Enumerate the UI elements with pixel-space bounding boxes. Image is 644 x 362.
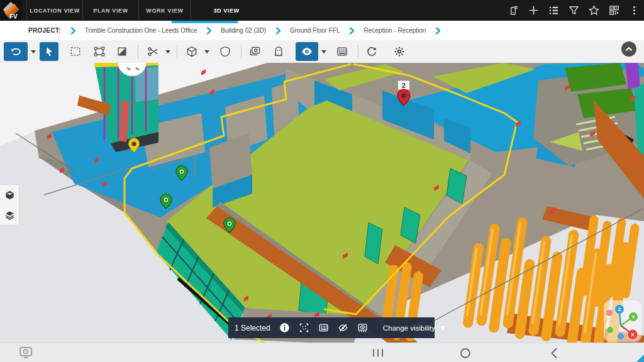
isolate-icon[interactable] bbox=[357, 322, 368, 333]
home-icon[interactable] bbox=[460, 348, 471, 359]
toolbar-separator bbox=[138, 45, 138, 58]
active-tab-underline bbox=[172, 21, 238, 23]
tab-location-view[interactable]: LOCATION VIEW bbox=[26, 0, 83, 21]
tab-3d-view[interactable]: 3D VIEW bbox=[191, 0, 262, 21]
tab-label: WORK VIEW bbox=[146, 8, 183, 14]
change-visibility-caret[interactable] bbox=[440, 326, 445, 329]
filter-icon[interactable] bbox=[568, 4, 580, 16]
visibility-dropdown-caret[interactable] bbox=[321, 50, 326, 53]
app-window: { "app": { "logo": "FV" }, "top_bar": { … bbox=[0, 0, 644, 362]
collapse-up-icon bbox=[625, 45, 633, 53]
tab-label: 3D VIEW bbox=[213, 8, 239, 14]
gizmo-dot-green bbox=[607, 327, 613, 333]
view-tabs: LOCATION VIEW PLAN VIEW WORK VIEW 3D VIE… bbox=[26, 0, 262, 21]
add-icon[interactable] bbox=[528, 4, 540, 16]
orientation-gizmo[interactable]: Z Y X bbox=[604, 300, 641, 342]
selection-action-bar: 1 Selected Change visibility bbox=[228, 317, 435, 338]
back-icon[interactable] bbox=[550, 348, 558, 359]
chevron-right-icon bbox=[348, 27, 355, 35]
refresh-button[interactable] bbox=[362, 42, 381, 61]
marquee-select-button[interactable] bbox=[66, 42, 85, 61]
invert-selection-icon bbox=[116, 45, 128, 58]
keypad-icon bbox=[336, 45, 348, 58]
chevron-right-icon[interactable] bbox=[434, 27, 441, 35]
select-cursor-icon bbox=[43, 45, 55, 58]
breadcrumb-item-floor[interactable]: Ground Floor FFL bbox=[290, 27, 340, 34]
section-cut-button[interactable] bbox=[143, 42, 162, 61]
gizmo-y-label: Y bbox=[631, 314, 635, 320]
toolbar-separator bbox=[241, 45, 242, 58]
device-sync-icon[interactable] bbox=[508, 4, 519, 16]
chevron-right-icon bbox=[69, 27, 77, 35]
visibility-button[interactable] bbox=[296, 42, 318, 61]
breadcrumb-item-building[interactable]: Building 02 (3D) bbox=[221, 27, 266, 34]
app-logo[interactable]: FV bbox=[0, 0, 21, 21]
hide-icon[interactable] bbox=[338, 322, 348, 333]
android-nav-bar bbox=[0, 343, 644, 362]
chevron-right-icon bbox=[274, 27, 282, 35]
orbit-dropdown-caret[interactable] bbox=[31, 50, 36, 53]
screen-pin-icon[interactable] bbox=[19, 346, 33, 359]
tab-work-view[interactable]: WORK VIEW bbox=[139, 0, 191, 21]
model-views-button[interactable] bbox=[182, 42, 201, 61]
star-icon[interactable] bbox=[588, 4, 600, 16]
pin-label: 2 bbox=[402, 82, 406, 89]
logo-text: FV bbox=[9, 13, 18, 20]
polygon-select-button[interactable] bbox=[90, 42, 109, 61]
top-app-bar: FV LOCATION VIEW PLAN VIEW WORK VIEW 3D … bbox=[0, 0, 644, 21]
qr-code-icon[interactable] bbox=[608, 4, 620, 16]
invert-selection-button[interactable] bbox=[113, 42, 131, 61]
gizmo-x-label: X bbox=[631, 332, 635, 337]
gizmo-dot-pink bbox=[606, 310, 613, 316]
gizmo-z-label: Z bbox=[618, 307, 621, 312]
refresh-icon bbox=[365, 45, 378, 58]
model-side-panel bbox=[0, 184, 19, 226]
model-toolbar bbox=[0, 40, 644, 63]
recents-icon[interactable] bbox=[372, 348, 384, 358]
ghost-mode-button[interactable] bbox=[269, 42, 288, 61]
collapse-toolbar-button[interactable] bbox=[621, 41, 636, 57]
orbit-icon bbox=[9, 45, 22, 58]
tab-label: PLAN VIEW bbox=[93, 8, 128, 14]
tab-label: LOCATION VIEW bbox=[30, 8, 80, 14]
tab-plan-view[interactable]: PLAN VIEW bbox=[83, 0, 139, 21]
breadcrumb-prefix: PROJECT: bbox=[28, 27, 61, 34]
keypad-icon[interactable] bbox=[318, 322, 329, 333]
top-bar-actions bbox=[508, 0, 640, 21]
breadcrumb-item-room[interactable]: Reception - Reception bbox=[364, 27, 426, 34]
camera-layers-icon bbox=[248, 45, 261, 58]
snapshot-button[interactable] bbox=[245, 42, 264, 61]
gizmo-dot-blue bbox=[618, 333, 624, 339]
gizmo-graphic: Z Y X bbox=[604, 300, 641, 342]
scissors-icon bbox=[147, 45, 159, 58]
breadcrumb: PROJECT: Trimble Construction One - Leed… bbox=[0, 21, 644, 41]
model-viewport[interactable]: 2 bbox=[0, 63, 644, 343]
shield-icon bbox=[219, 45, 231, 58]
chevron-right-icon bbox=[205, 27, 213, 35]
eye-icon bbox=[301, 45, 313, 58]
toolbar-separator bbox=[177, 45, 177, 58]
orbit-button[interactable] bbox=[4, 42, 28, 61]
model-views-dropdown-caret[interactable] bbox=[204, 50, 209, 53]
polygon-select-icon bbox=[93, 45, 106, 58]
list-icon[interactable] bbox=[548, 4, 560, 16]
breadcrumb-item-project[interactable]: Trimble Construction One - Leeds Office bbox=[85, 27, 197, 34]
layers-icon[interactable] bbox=[4, 210, 15, 221]
change-visibility-button[interactable]: Change visibility bbox=[383, 324, 435, 332]
settings-button[interactable] bbox=[390, 42, 409, 61]
cube-icon bbox=[186, 45, 198, 58]
overflow-menu-icon[interactable] bbox=[628, 4, 640, 16]
cube-icon[interactable] bbox=[4, 190, 15, 200]
clash-protect-button[interactable] bbox=[216, 42, 235, 61]
section-dropdown-caret[interactable] bbox=[165, 50, 170, 53]
toolbar-separator bbox=[358, 45, 358, 58]
measurements-button[interactable] bbox=[333, 42, 352, 61]
pen-corner-indicator bbox=[636, 354, 644, 362]
marquee-select-icon bbox=[69, 45, 82, 58]
zoom-to-selection-icon[interactable] bbox=[299, 322, 309, 333]
selection-count: 1 Selected bbox=[235, 324, 270, 332]
info-icon[interactable] bbox=[279, 322, 290, 333]
select-button[interactable] bbox=[40, 42, 58, 61]
ghost-icon bbox=[272, 45, 285, 58]
gear-icon bbox=[393, 45, 406, 58]
